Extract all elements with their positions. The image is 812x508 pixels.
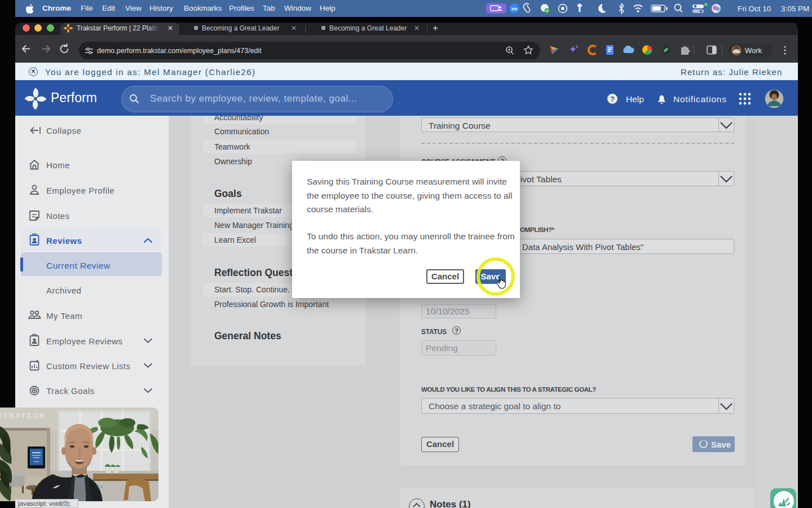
- svg-text:Fri Oct 10: Fri Oct 10: [738, 5, 771, 13]
- svg-text:zm: zm: [511, 6, 518, 11]
- svg-text:Help: Help: [626, 94, 644, 104]
- svg-text:Notifications: Notifications: [673, 94, 727, 104]
- svg-text:3:05 PM: 3:05 PM: [781, 5, 809, 13]
- svg-text:?: ?: [610, 95, 615, 103]
- svg-text:Work: Work: [745, 46, 762, 55]
